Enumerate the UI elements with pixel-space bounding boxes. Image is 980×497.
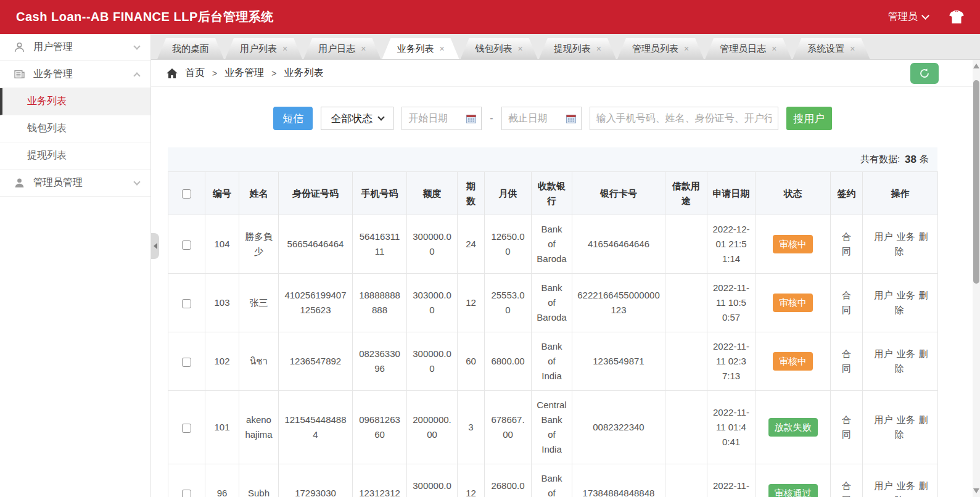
chevron-down-icon [133,43,140,49]
close-icon[interactable]: × [518,44,523,53]
table-row: 102นิชา12365478920823633096300000.006068… [168,332,938,391]
tab-4[interactable]: 钱包列表× [461,38,538,59]
scroll-down-arrow-icon[interactable] [973,488,979,493]
action-business-link[interactable]: 业务 [897,480,915,491]
cell-sign: 合同 [831,332,863,391]
table-body: 104勝多負少566546464645641631111300000.00241… [168,215,938,497]
scrollbar-thumb[interactable] [973,80,979,284]
sidebar-group-0[interactable]: 用户管理 [0,34,150,61]
action-user-link[interactable]: 用户 [875,480,893,491]
cell-card-number: 1236549871 [572,332,665,391]
column-header: 姓名 [239,172,279,215]
sidebar-item-1-1[interactable]: 钱包列表 [0,115,150,142]
tab-1[interactable]: 用户列表× [225,38,302,59]
tab-3[interactable]: 业务列表× [382,38,459,59]
cell-name: 张三 [239,274,279,332]
select-all-checkbox[interactable] [182,189,191,199]
contract-link[interactable]: 合同 [841,347,852,376]
tab-6[interactable]: 管理员列表× [617,38,704,59]
vertical-scrollbar[interactable] [973,60,980,497]
tshirt-theme-icon[interactable] [949,10,964,23]
collapse-arrow-icon [154,243,157,249]
contract-link[interactable]: 合同 [841,479,852,497]
tab-label: 系统设置 [807,38,844,59]
contract-link[interactable]: 合同 [841,413,852,442]
action-user-link[interactable]: 用户 [875,290,893,300]
action-user-link[interactable]: 用户 [875,414,893,425]
date-range-separator: - [490,113,493,124]
close-icon[interactable]: × [596,44,601,53]
cell-card-number: 6222166455000000123 [572,274,665,332]
cell-monthly: 678667.00 [485,391,532,464]
action-user-link[interactable]: 用户 [875,348,893,359]
sidebar-collapse-handle[interactable] [151,233,159,259]
tab-7[interactable]: 管理员日志× [705,38,791,59]
sidebar-item-1-0[interactable]: 业务列表 [0,88,150,115]
scroll-up-arrow-icon[interactable] [973,64,979,68]
content-area: 短信 全部状态 开始日期 - 截止日期 搜用户 [151,87,980,497]
row-checkbox[interactable] [182,490,191,497]
search-user-button[interactable]: 搜用户 [786,107,832,130]
table-row: 103张三41025619940712562318888888888303000… [168,274,938,332]
sidebar-item-label: 业务列表 [27,95,67,108]
status-badge: 审核中 [773,235,813,253]
row-checkbox[interactable] [182,240,191,250]
sidebar-item-1-2[interactable]: 提现列表 [0,142,150,170]
cell-purpose [665,274,707,332]
tab-0[interactable]: 我的桌面 [157,38,224,59]
contract-link[interactable]: 合同 [841,288,852,318]
tab-5[interactable]: 提现列表× [539,38,616,59]
status-select[interactable]: 全部状态 [321,107,393,130]
breadcrumb-item-0[interactable]: 首页 [185,67,205,80]
row-checkbox[interactable] [182,358,191,367]
action-user-link[interactable]: 用户 [875,231,893,242]
breadcrumb-item-2[interactable]: 业务列表 [284,67,323,80]
row-select-cell [168,274,205,332]
sms-button[interactable]: 短信 [273,107,313,130]
tab-bar: 我的桌面用户列表×用户日志×业务列表×钱包列表×提现列表×管理员列表×管理员日志… [151,34,980,60]
chevron-up-icon [133,72,140,79]
cell-status: 审核中 [756,215,831,274]
cell-sign: 合同 [831,391,863,464]
start-date-input[interactable]: 开始日期 [401,107,482,130]
sidebar-group-2[interactable]: 管理员管理 [0,170,150,197]
admin-user-menu[interactable]: 管理员 [888,10,928,23]
cell-apply-date: 2022-11-11 01:40:41 [707,391,756,464]
chevron-down-icon [921,12,929,20]
status-badge: 审核通过 [768,484,818,497]
app-header: Cash Loan--AB FINANCE LLP后台管理系统 管理员 [0,0,980,34]
tab-label: 钱包列表 [476,38,513,59]
close-icon[interactable]: × [361,44,366,53]
action-business-link[interactable]: 业务 [897,414,915,425]
row-checkbox[interactable] [182,424,191,433]
breadcrumb-item-1[interactable]: 业务管理 [224,67,264,80]
close-icon[interactable]: × [439,44,444,53]
contract-link[interactable]: 合同 [841,229,852,259]
tab-2[interactable]: 用户日志× [303,38,381,59]
row-select-cell [168,215,205,274]
action-business-link[interactable]: 业务 [897,348,915,359]
cell-bank: Bank of Baroda [532,274,572,332]
tab-8[interactable]: 系统设置× [793,38,870,59]
cell-actions: 用户业务删除 [863,464,938,497]
chevron-down-icon [133,178,140,185]
column-header: 身份证号码 [279,172,353,215]
cell-periods: 24 [458,215,485,274]
sidebar-group-1[interactable]: 业务管理 [0,61,150,88]
close-icon[interactable]: × [850,44,855,53]
end-date-input[interactable]: 截止日期 [501,107,582,130]
refresh-button[interactable] [910,63,939,84]
sidebar: 用户管理业务管理业务列表钱包列表提现列表管理员管理 [0,34,151,497]
user-search-input[interactable] [590,107,778,130]
close-icon[interactable]: × [684,44,689,53]
cell-status: 审核中 [756,274,831,332]
action-business-link[interactable]: 业务 [897,231,915,242]
row-checkbox[interactable] [182,299,191,308]
cell-amount: 300000.00 [407,215,458,274]
close-icon[interactable]: × [772,44,776,53]
status-badge: 审核中 [773,352,813,371]
close-icon[interactable]: × [282,44,287,53]
filter-toolbar: 短信 全部状态 开始日期 - 截止日期 搜用户 [168,107,937,130]
action-business-link[interactable]: 业务 [897,290,915,300]
cell-monthly: 26800.00 [485,464,532,497]
